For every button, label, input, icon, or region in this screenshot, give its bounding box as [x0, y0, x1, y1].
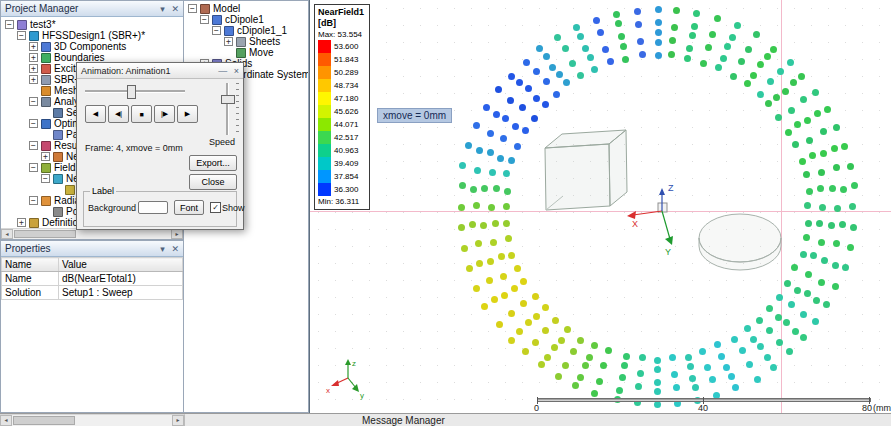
speed-slider-thumb[interactable]: [221, 95, 235, 104]
legend-entry: 47.180: [318, 92, 366, 105]
step-forward-button[interactable]: |▶: [154, 105, 175, 123]
field-dot: [459, 162, 466, 169]
collapse-icon[interactable]: −: [29, 196, 38, 205]
properties-header[interactable]: Properties ▾ ✕: [1, 241, 183, 257]
panel-menu-icon[interactable]: ▾: [160, 4, 165, 14]
scroll-left-icon[interactable]: ◂: [0, 415, 12, 426]
model-icon: [200, 4, 210, 14]
expand-icon[interactable]: +: [29, 42, 38, 51]
tree-item-move[interactable]: Move: [186, 47, 308, 58]
scrollbar-thumb[interactable]: [13, 416, 75, 425]
legend-min: Min: 36.311: [318, 196, 366, 207]
properties-row[interactable]: SolutionSetup1 : Sweep: [2, 286, 183, 300]
frame-slider-thumb[interactable]: [127, 85, 136, 99]
field-dot: [804, 117, 811, 124]
field-dot: [833, 124, 840, 131]
field-dot: [757, 91, 764, 98]
tree-item-sheets[interactable]: +Sheets: [186, 36, 308, 47]
viewport[interactable]: X Y Z z x y Ne: [309, 0, 891, 413]
properties-row[interactable]: NamedB(NearETotal1): [2, 272, 183, 286]
field-dot: [533, 68, 540, 75]
tree-item-cdipole1[interactable]: −cDipole1: [186, 14, 308, 25]
cylinder-object: [699, 214, 781, 270]
plot-icon: [65, 185, 75, 195]
field-dot: [487, 130, 494, 137]
export-button[interactable]: Export...: [189, 155, 237, 171]
expand-icon[interactable]: +: [29, 75, 38, 84]
expand-icon[interactable]: +: [29, 64, 38, 73]
expand-icon[interactable]: +: [29, 53, 38, 62]
dialog-minimize-icon[interactable]: —: [218, 66, 227, 76]
field-dot: [525, 319, 532, 326]
tree-item-model[interactable]: −Model: [186, 3, 308, 14]
field-dot: [474, 167, 481, 174]
background-color-swatch[interactable]: [138, 201, 168, 214]
panel-close-icon[interactable]: ✕: [171, 4, 179, 14]
collapse-icon[interactable]: −: [41, 174, 50, 183]
legend-title: NearField1: [318, 7, 366, 18]
field-dot: [508, 252, 515, 259]
scroll-left-icon[interactable]: ◂: [1, 229, 13, 239]
collapse-icon[interactable]: −: [200, 15, 209, 24]
collapse-icon[interactable]: −: [188, 4, 197, 13]
project-manager-header[interactable]: Project Manager ▾ ✕: [1, 1, 183, 17]
speed-slider[interactable]: [219, 83, 235, 135]
field-dot: [458, 224, 465, 231]
field-dot: [654, 379, 661, 386]
setup-icon: [53, 108, 63, 118]
nearfield-icon: [53, 174, 63, 184]
properties-cell: dB(NearETotal1): [59, 272, 183, 286]
step-back-button[interactable]: ◀|: [108, 105, 129, 123]
collapse-icon[interactable]: −: [212, 26, 221, 35]
show-checkbox[interactable]: ✓: [210, 202, 221, 213]
scroll-right-icon[interactable]: ▸: [171, 229, 183, 239]
x-axis-label: X: [632, 219, 638, 229]
collapse-icon[interactable]: −: [5, 20, 14, 29]
panel-menu-icon[interactable]: ▾: [160, 244, 165, 254]
scrollbar-thumb[interactable]: [14, 230, 76, 238]
field-dot: [668, 51, 675, 58]
field-dot: [699, 348, 706, 355]
field-dot: [734, 22, 741, 29]
tree-item-label: Model: [213, 3, 240, 14]
expand-icon[interactable]: +: [41, 152, 50, 161]
message-manager-title: Message Manager: [362, 415, 445, 426]
collapse-icon[interactable]: −: [29, 119, 38, 128]
scroll-right-icon[interactable]: ▸: [172, 415, 184, 426]
field-dot: [516, 328, 523, 335]
collapse-icon[interactable]: −: [29, 163, 38, 172]
field-dot: [767, 78, 774, 85]
dialog-close-icon[interactable]: ×: [234, 66, 239, 76]
panel-close-icon[interactable]: ✕: [171, 244, 179, 254]
left-column-hscrollbar[interactable]: ◂ ▸: [0, 414, 185, 426]
tree-item-3d-components[interactable]: +3D Components: [3, 41, 183, 52]
collapse-icon[interactable]: −: [17, 31, 26, 40]
play-reverse-button[interactable]: ◀: [85, 105, 106, 123]
expand-icon[interactable]: +: [224, 37, 233, 46]
dialog-titlebar[interactable]: Animation: Animation1 — ×: [77, 63, 243, 79]
close-button[interactable]: Close: [189, 174, 237, 190]
animation-dialog[interactable]: Animation: Animation1 — × ◀◀|■|▶▶ Speed …: [76, 62, 244, 230]
field-dot: [691, 23, 698, 30]
play-button[interactable]: ▶: [177, 105, 198, 123]
font-button[interactable]: Font: [174, 200, 204, 215]
field-dot: [573, 24, 580, 31]
field-dot: [501, 292, 508, 299]
stop-button[interactable]: ■: [131, 105, 152, 123]
axis-line-vertical: [781, 0, 782, 413]
frame-slider[interactable]: [85, 83, 185, 99]
collapse-icon[interactable]: −: [29, 97, 38, 106]
tree-item-cdipole1-1[interactable]: −cDipole1_1: [186, 25, 308, 36]
field-dot: [549, 64, 556, 71]
field-dot: [490, 239, 497, 246]
field-dot: [782, 88, 789, 95]
tree-item-test3[interactable]: −test3*: [3, 19, 183, 30]
field-dot: [564, 326, 571, 333]
speed-slider-track[interactable]: [226, 83, 229, 135]
collapse-icon[interactable]: −: [29, 141, 38, 150]
ruler-unit: (mm): [873, 403, 891, 413]
tree-item-hfssdesign1[interactable]: −HFSSDesign1 (SBR+)*: [3, 30, 183, 41]
field-dot: [621, 362, 628, 369]
expand-icon[interactable]: +: [17, 218, 26, 227]
field-dot: [818, 239, 825, 246]
